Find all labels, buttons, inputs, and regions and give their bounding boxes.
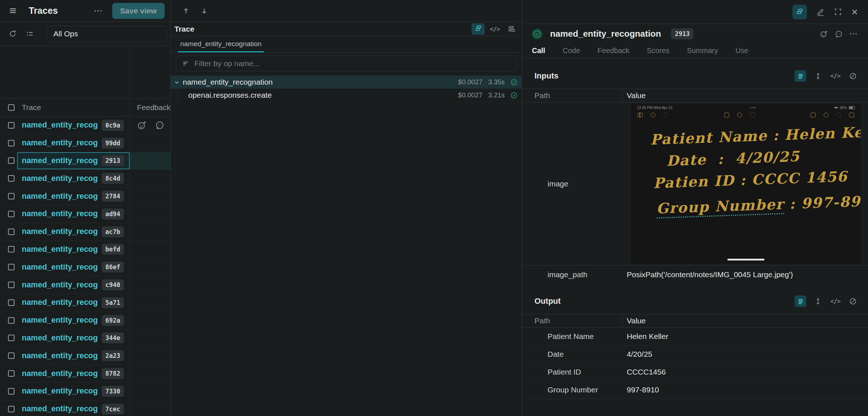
trace-row[interactable]: named_entity_recognation86ef — [0, 258, 170, 276]
comment-icon[interactable] — [155, 120, 165, 130]
row-checkbox[interactable] — [8, 282, 15, 288]
feedback-column-header[interactable]: Feedback — [130, 103, 170, 112]
trace-row[interactable]: named_entity_recognation2a23 — [0, 347, 170, 365]
trace-cell[interactable]: named_entity_recognation2a23 — [17, 347, 130, 364]
edit-pencil-icon[interactable] — [816, 8, 825, 16]
trace-row[interactable]: named_entity_recognation7cec — [0, 400, 170, 416]
trace-op-name[interactable]: named_entity_recognation — [22, 121, 98, 130]
code-view-icon[interactable]: </> — [829, 70, 841, 82]
trace-cell[interactable]: named_entity_recognation5a71 — [17, 294, 130, 311]
trace-op-name[interactable]: named_entity_recognation — [22, 298, 98, 307]
trace-op-name[interactable]: named_entity_recognation — [22, 280, 98, 290]
trace-cell[interactable]: named_entity_recognation99dd — [17, 134, 130, 152]
tab-code[interactable]: Code — [563, 47, 580, 55]
trace-op-name[interactable]: named_entity_recognation — [22, 334, 98, 343]
trace-cell[interactable]: named_entity_recognation2913 — [17, 152, 130, 170]
ops-filter-select[interactable]: All Ops — [47, 26, 167, 42]
trace-cell[interactable]: named_entity_recognation7cec — [17, 400, 130, 416]
trace-row[interactable]: named_entity_recognation2784 — [0, 187, 170, 205]
row-checkbox[interactable] — [8, 335, 15, 341]
trace-op-name[interactable]: named_entity_recognation — [22, 387, 98, 396]
trace-row[interactable]: named_entity_recognation99dd — [0, 134, 170, 152]
trace-cell[interactable]: named_entity_recognation8c4d — [17, 170, 130, 187]
row-checkbox[interactable] — [8, 406, 15, 412]
row-checkbox[interactable] — [8, 299, 15, 306]
row-checkbox[interactable] — [8, 157, 15, 164]
trace-tab-active[interactable]: named_entity_recognation — [178, 36, 264, 52]
row-checkbox[interactable] — [8, 370, 15, 377]
trace-cell[interactable]: named_entity_recognation692a — [17, 312, 130, 329]
row-checkbox[interactable] — [8, 229, 15, 235]
tab-feedback[interactable]: Feedback — [598, 47, 630, 55]
trace-row[interactable]: named_entity_recognation5a71 — [0, 294, 170, 312]
trace-row[interactable]: named_entity_recognation7330 — [0, 383, 170, 400]
refresh-icon[interactable] — [9, 30, 17, 38]
hide-values-icon[interactable] — [847, 295, 859, 307]
row-checkbox[interactable] — [8, 193, 15, 199]
save-view-button[interactable]: Save view — [112, 3, 165, 19]
tree-op-name[interactable]: named_entity_recognation — [183, 78, 458, 86]
tab-call[interactable]: Call — [532, 47, 545, 55]
trace-op-name[interactable]: named_entity_recognation — [22, 192, 98, 201]
trace-cell[interactable]: named_entity_recognation344e — [17, 330, 130, 347]
trace-cell[interactable]: named_entity_recognation2784 — [17, 187, 130, 205]
trace-row[interactable]: named_entity_recognation2913 — [0, 152, 170, 170]
tree-row-root[interactable]: named_entity_recognation $0.0027 3.35s — [171, 76, 522, 89]
list-view-icon[interactable] — [795, 70, 806, 82]
trace-cell[interactable]: named_entity_recognation8782 — [17, 365, 130, 382]
trace-row[interactable]: named_entity_recognationac7b — [0, 223, 170, 241]
tab-scores[interactable]: Scores — [647, 47, 669, 55]
column-settings-icon[interactable] — [26, 30, 34, 38]
more-options-icon[interactable] — [94, 9, 102, 12]
close-icon[interactable]: × — [851, 7, 858, 17]
trace-op-name[interactable]: named_entity_recognation — [22, 156, 98, 165]
hamburger-menu-icon[interactable] — [9, 7, 17, 15]
trace-cell[interactable]: named_entity_recognationc940 — [17, 276, 130, 294]
trace-row[interactable]: named_entity_recognation344e — [0, 330, 170, 347]
row-checkbox[interactable] — [8, 388, 15, 395]
tree-row-child[interactable]: openai.responses.create $0.0027 3.21s — [171, 89, 522, 102]
trace-cell[interactable]: named_entity_recognation0c9a — [17, 117, 130, 134]
trace-cell[interactable]: named_entity_recognationbefd — [17, 241, 130, 258]
add-reaction-icon[interactable] — [137, 120, 147, 130]
row-checkbox[interactable] — [8, 246, 15, 253]
row-checkbox[interactable] — [8, 140, 15, 146]
trace-row[interactable]: named_entity_recognationad94 — [0, 205, 170, 223]
trace-op-name[interactable]: named_entity_recognation — [22, 404, 98, 413]
row-checkbox[interactable] — [8, 175, 15, 182]
trace-cell[interactable]: named_entity_recognation86ef — [17, 258, 130, 276]
prev-trace-icon[interactable] — [182, 7, 190, 15]
row-checkbox[interactable] — [8, 211, 15, 217]
trace-op-name[interactable]: named_entity_recognation — [22, 316, 98, 325]
row-checkbox[interactable] — [8, 317, 15, 324]
trace-op-name[interactable]: named_entity_recognation — [22, 227, 98, 236]
fullscreen-icon[interactable] — [834, 8, 842, 16]
overflow-menu-icon[interactable] — [849, 32, 857, 35]
op-filter-input[interactable] — [194, 59, 510, 68]
expand-rows-icon[interactable] — [812, 295, 824, 307]
trace-row[interactable]: named_entity_recognationbefd — [0, 241, 170, 259]
trace-row[interactable]: named_entity_recognation8782 — [0, 365, 170, 383]
code-view-icon[interactable]: </> — [829, 295, 841, 307]
hide-values-icon[interactable] — [847, 70, 859, 82]
flame-graph-icon[interactable] — [505, 23, 518, 35]
tree-op-name[interactable]: openai.responses.create — [188, 91, 458, 100]
trace-cell[interactable]: named_entity_recognationac7b — [17, 223, 130, 241]
next-trace-icon[interactable] — [201, 7, 208, 15]
trace-op-name[interactable]: named_entity_recognation — [22, 245, 98, 254]
comment-icon[interactable] — [835, 30, 843, 38]
trace-column-header[interactable]: Trace — [17, 103, 130, 112]
chevron-down-icon[interactable] — [174, 79, 180, 85]
note-photo[interactable]: 12:05 PM Wed Apr 23 ••• 66% — [631, 104, 861, 264]
trace-view-toggle-icon[interactable] — [792, 5, 807, 19]
tab-summary[interactable]: Summary — [687, 47, 718, 55]
trace-row[interactable]: named_entity_recognation692a — [0, 312, 170, 330]
add-reaction-icon[interactable] — [820, 30, 828, 38]
trace-op-name[interactable]: named_entity_recognation — [22, 351, 98, 360]
list-view-icon[interactable] — [795, 295, 806, 307]
code-view-icon[interactable]: </> — [488, 23, 501, 35]
tree-view-icon[interactable] — [472, 23, 485, 35]
select-all-checkbox[interactable] — [8, 104, 15, 111]
trace-cell[interactable]: named_entity_recognation7330 — [17, 383, 130, 400]
trace-op-name[interactable]: named_entity_recognation — [22, 174, 98, 183]
